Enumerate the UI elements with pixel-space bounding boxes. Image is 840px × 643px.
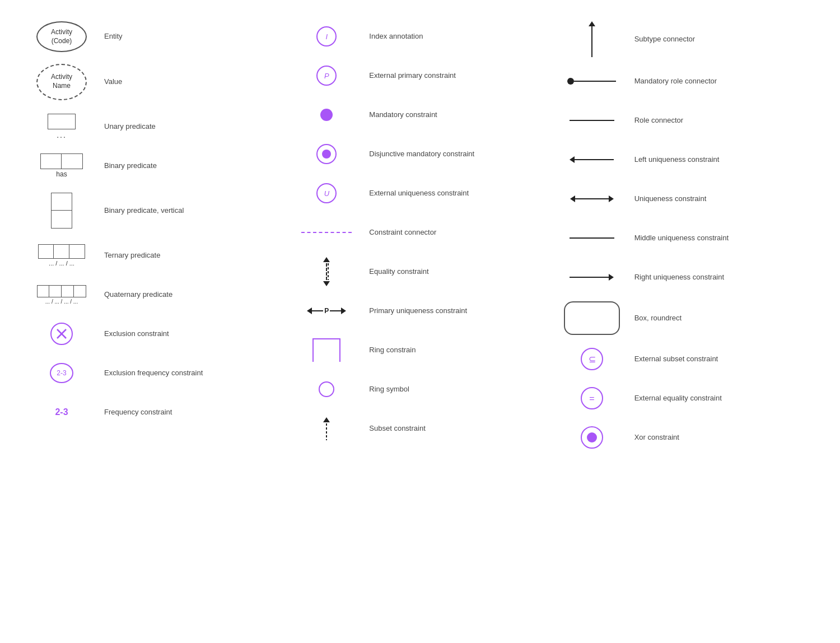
subset-constraint-item: Subset constraint [287,409,552,448]
mand-role-conn-item: Mandatory role connector [553,62,818,101]
equality-symbol [293,257,360,286]
ext-primary-item: P External primary constraint [287,56,552,95]
role-conn-symbol [558,120,626,121]
ring-constrain-shape [312,338,340,362]
right-unique-arrowhead [609,274,614,281]
excl-freq-label: Exclusion frequency constraint [104,368,282,378]
subset-shape [323,417,330,440]
col3: Subtype connector Mandatory role connect… [553,17,818,457]
binary-box-left [40,153,62,169]
exclusion-symbol [28,323,95,345]
index-annot-label: Index annotation [369,31,547,41]
binary-pred-vert-shape [51,193,72,229]
box-roundrect-shape [564,301,620,335]
quaternary-dots: ... / ... / ... / ... [45,299,78,305]
ring-symbol-item: Ring symbol [287,370,552,409]
binary-pred-symbol: has [28,153,95,178]
mand-role-conn-label: Mandatory role connector [634,76,812,86]
uniqueness-label: Uniqueness constraint [634,194,812,204]
role-conn-line [570,120,614,121]
ext-subset-symbol: ⊆ [558,348,626,370]
entity-label: Entity [104,31,282,41]
frequency-text: 2-3 [55,407,68,417]
svg-text:=: = [589,394,594,403]
frequency-label: Frequency constraint [104,407,282,417]
ext-uniqueness-circle: U [316,183,337,203]
ring-symbol-shape [319,381,334,397]
unary-pred-label: Unary predicate [104,122,282,132]
ext-subset-icon: ⊆ [585,353,599,365]
ternary-pred-label: Ternary predicate [104,250,282,260]
vert-box-top [51,193,72,211]
quaternary-boxes [37,285,86,297]
xor-inner [587,432,597,442]
entity-symbol: Activity (Code) [28,21,95,52]
quaternary-pred-item: ... / ... / ... / ... Quaternary predica… [22,275,287,314]
box-roundrect-item: Box, roundrect [553,297,818,339]
quat-box4 [74,285,86,297]
ternary-boxes [38,244,85,259]
excl-freq-text: 2-3 [57,369,66,377]
uniqueness-right-head [609,195,614,202]
ternary-pred-shape: ... / ... / ... [38,244,85,267]
subset-constraint-label: Subset constraint [369,423,547,434]
ext-equality-label: External equality constraint [634,393,812,403]
ext-uniqueness-label: External uniqueness constraint [369,188,547,198]
equality-item: Equality constraint [287,252,552,291]
ternary-pred-item: ... / ... / ... Ternary predicate [22,236,287,275]
constraint-conn-symbol [293,232,360,233]
equality-arrow-up [323,257,330,262]
ext-primary-circle: P [316,66,337,86]
col2: I Index annotation P External primary co… [287,17,552,457]
mandatory-dot [320,109,333,121]
equality-shape [323,257,330,286]
uniqueness-item: Uniqueness constraint [553,179,818,218]
quat-box1 [37,285,49,297]
entity-label-line1: Activity [51,28,72,37]
constraint-conn-item: Constraint connector [287,213,552,252]
mandatory-item: Mandatory constraint [287,95,552,134]
disj-mandatory-item: Disjunctive mandatory constraint [287,134,552,174]
xor-symbol [558,426,626,449]
unary-pred-symbol: ... [28,114,95,139]
ternary-box2 [54,244,69,259]
ext-uniqueness-letter: U [324,189,329,198]
mandatory-symbol [293,109,360,121]
middle-unique-item: Middle uniqueness constraint [553,218,818,258]
value-oval: ActivityName [36,64,87,100]
equality-label: Equality constraint [369,267,547,277]
ternary-dots: ... / ... / ... [49,260,74,267]
ternary-pred-symbol: ... / ... / ... [28,244,95,267]
vert-box-bottom [51,211,72,229]
quaternary-pred-shape: ... / ... / ... / ... [37,285,86,305]
primary-line-right [330,310,341,311]
binary-pred-vert-item: Binary predicate, vertical [22,185,287,236]
ext-subset-item: ⊆ External subset constraint [553,339,818,379]
page: Activity (Code) Entity ActivityName Valu… [0,0,840,643]
binary-pred-label: Binary predicate [104,161,282,171]
excl-freq-item: 2-3 Exclusion frequency constraint [22,353,287,393]
binary-pred-vert-symbol [28,193,95,229]
subtype-conn-label: Subtype connector [634,34,812,44]
xor-label: Xor constraint [634,432,812,442]
ternary-box1 [38,244,54,259]
value-item: ActivityName Value [22,57,287,107]
index-annot-circle: I [316,26,337,46]
subtype-conn-item: Subtype connector [553,17,818,62]
binary-box-right [62,153,83,169]
primary-unique-symbol: P [293,307,360,315]
mand-role-dot [567,78,574,85]
entity-label-line2: (Code) [52,37,72,46]
ext-equality-icon: = [585,392,599,404]
ring-symbol-symbol [293,381,360,397]
col1: Activity (Code) Entity ActivityName Valu… [22,17,287,457]
primary-unique-item: P Primary uniqueness constraint [287,291,552,330]
index-annot-letter: I [326,32,328,41]
primary-unique-shape: P [307,307,346,315]
primary-arrow-right [341,307,346,314]
binary-pred-text: has [56,170,67,178]
right-unique-shape [570,274,614,281]
subset-line-svg [325,423,328,440]
binary-pred-vert-label: Binary predicate, vertical [104,206,282,216]
quaternary-pred-label: Quaternary predicate [104,290,282,300]
